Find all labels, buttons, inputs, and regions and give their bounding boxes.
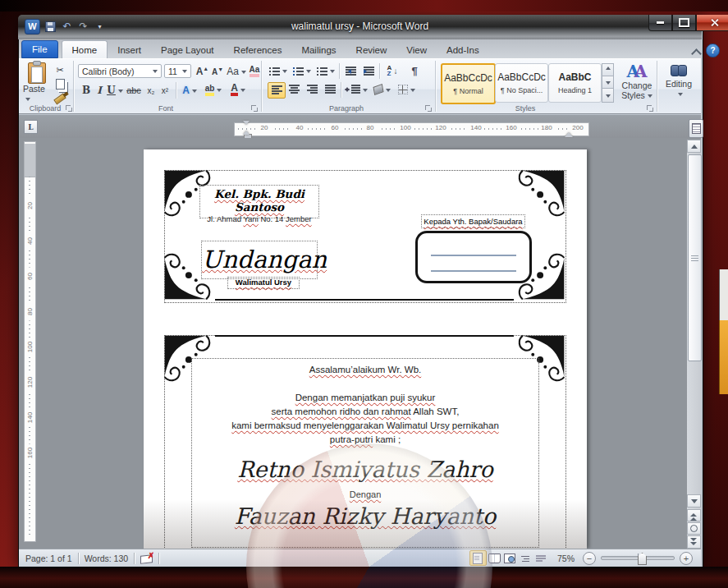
zoom-out-button[interactable]: − <box>583 552 596 565</box>
tab-selector-button[interactable]: L <box>24 120 38 134</box>
invite-line: Dengan memanjatkan puji syukur <box>295 393 436 402</box>
italic-button[interactable]: I <box>94 83 105 98</box>
tab-insert[interactable]: Insert <box>108 41 151 58</box>
tab-view[interactable]: View <box>396 41 437 58</box>
style-normal[interactable]: AaBbCcDc¶ Normal <box>441 63 496 104</box>
decrease-indent-button[interactable] <box>342 64 359 78</box>
ruler-toggle-button[interactable] <box>689 119 703 138</box>
tab-mailings[interactable]: Mailings <box>291 41 346 58</box>
scroll-down-button[interactable] <box>687 494 701 508</box>
style-no-spacing[interactable]: AaBbCcDc¶ No Spaci... <box>495 63 548 103</box>
quick-access-toolbar: W ↶ ↷ ▾ <box>25 18 106 34</box>
increase-indent-button[interactable] <box>360 64 377 78</box>
tab-add-ins[interactable]: Add-Ins <box>437 41 489 58</box>
ruler-number: 140 <box>468 124 484 131</box>
undangan-textbox[interactable]: Undangan <box>201 241 318 279</box>
close-button[interactable] <box>696 15 728 31</box>
invite-line: kami bermaksud menyelenggarakan Walimatu… <box>231 420 499 430</box>
select-browse-object-button[interactable] <box>687 522 701 535</box>
numbering-button[interactable] <box>291 64 313 78</box>
tab-home[interactable]: Home <box>62 40 108 58</box>
sender-textbox[interactable]: Kel. Bpk. Budi Santoso Jl. Ahmad Yani No… <box>199 185 319 218</box>
right-indent-marker[interactable] <box>565 128 573 137</box>
shading-button[interactable] <box>371 82 392 97</box>
page-count[interactable]: Page: 1 of 1 <box>25 554 72 563</box>
change-case-button[interactable]: Aa <box>227 64 246 79</box>
next-page-button[interactable] <box>687 535 701 549</box>
align-right-button[interactable] <box>304 82 320 97</box>
previous-page-button[interactable] <box>687 509 701 521</box>
font-color-button[interactable]: A <box>227 82 249 97</box>
clipboard-group-label: Clipboard <box>20 104 71 113</box>
bullets-button[interactable] <box>268 64 289 78</box>
sort-button[interactable]: AZ↓ <box>382 63 402 78</box>
strikethrough-button[interactable]: abc <box>125 83 143 98</box>
maximize-button[interactable] <box>672 15 696 31</box>
frame-line <box>215 299 514 301</box>
cut-button[interactable]: ✂ <box>53 63 67 76</box>
change-styles-button[interactable]: AA ChangeStyles <box>616 62 658 108</box>
ruler-number: 60 <box>26 268 34 286</box>
minimize-ribbon-icon[interactable] <box>693 48 700 53</box>
indent-marker[interactable] <box>243 121 250 137</box>
web-layout-view-button[interactable] <box>502 551 518 565</box>
walimatul-textbox[interactable]: Walimatul Ursy <box>227 277 300 289</box>
save-icon[interactable] <box>44 21 57 33</box>
paste-button[interactable]: Paste <box>23 62 51 103</box>
align-left-button[interactable] <box>268 82 286 99</box>
copy-button[interactable] <box>53 77 67 90</box>
multilevel-list-button[interactable] <box>315 64 337 78</box>
superscript-button[interactable]: x² <box>158 83 172 98</box>
zoom-in-button[interactable]: + <box>680 552 693 565</box>
help-icon[interactable]: ? <box>706 44 720 57</box>
styles-scroll-up-button[interactable] <box>602 63 614 76</box>
paste-icon <box>28 62 46 84</box>
recipient-name-box[interactable] <box>415 231 532 283</box>
tab-review[interactable]: Review <box>346 41 397 58</box>
zoom-level[interactable]: 75% <box>557 554 575 563</box>
editing-button[interactable]: Editing <box>660 62 698 108</box>
font-dialog-launcher-icon[interactable] <box>251 105 259 113</box>
align-center-button[interactable] <box>286 82 302 97</box>
redo-icon[interactable]: ↷ <box>77 21 89 33</box>
zoom-track[interactable] <box>601 556 675 560</box>
undo-icon[interactable]: ↶ <box>61 21 73 33</box>
justify-button[interactable] <box>322 82 338 97</box>
styles-scroll-down-button[interactable] <box>602 76 614 89</box>
scroll-up-button[interactable] <box>687 140 701 153</box>
styles-gallery-expand-button[interactable] <box>602 88 614 103</box>
borders-button[interactable] <box>396 82 417 97</box>
subscript-button[interactable]: x₂ <box>144 83 158 98</box>
grow-font-button[interactable]: A▲ <box>195 64 209 79</box>
desktop: walimatul ursy - Microsoft Word W ↶ ↷ ▾ … <box>0 0 728 588</box>
word-count[interactable]: Words: 130 <box>85 554 129 563</box>
recipient-label-box[interactable]: Kepada Yth. Bapak/Saudara <box>421 214 525 228</box>
proofing-errors-icon[interactable]: ✗ <box>140 554 153 563</box>
line-spacing-button[interactable] <box>345 82 368 97</box>
clipboard-dialog-launcher-icon[interactable] <box>66 105 73 113</box>
clear-formatting-button[interactable]: Aa <box>249 64 260 77</box>
text-effects-button[interactable]: A <box>180 83 199 98</box>
shrink-font-button[interactable]: A▼ <box>211 64 224 79</box>
format-painter-button[interactable] <box>53 92 67 105</box>
underline-button[interactable]: U <box>106 83 124 98</box>
styles-dialog-launcher-icon[interactable] <box>647 105 654 113</box>
font-family-combo[interactable]: Calibri (Body) <box>78 64 162 78</box>
tab-references[interactable]: References <box>224 41 292 58</box>
style-heading1[interactable]: AaBbCHeading 1 <box>548 63 602 103</box>
tab-file[interactable]: File <box>21 40 58 58</box>
zoom-thumb[interactable] <box>638 553 647 565</box>
draft-view-button[interactable] <box>533 551 549 565</box>
tab-page-layout[interactable]: Page Layout <box>151 41 224 58</box>
paragraph-dialog-launcher-icon[interactable] <box>425 105 433 113</box>
fullscreen-reading-view-button[interactable] <box>487 551 502 565</box>
bold-button[interactable]: B <box>80 83 93 98</box>
show-hide-paragraph-button[interactable]: ¶ <box>407 63 422 78</box>
highlight-color-button[interactable]: ab <box>202 82 225 97</box>
font-size-combo[interactable]: 11 <box>164 64 191 78</box>
outline-view-button[interactable] <box>518 551 533 565</box>
minimize-button[interactable] <box>648 15 672 31</box>
qat-customize-icon[interactable]: ▾ <box>94 21 106 33</box>
scrollbar-thumb[interactable] <box>688 154 702 361</box>
print-layout-view-button[interactable] <box>469 550 487 566</box>
